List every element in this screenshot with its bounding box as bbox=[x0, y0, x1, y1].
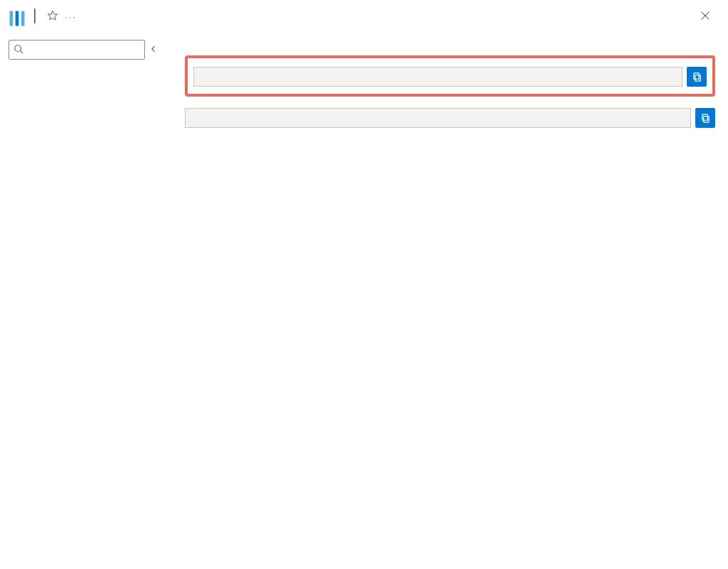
search-input[interactable] bbox=[26, 45, 140, 55]
svg-marker-3 bbox=[48, 11, 57, 20]
svg-rect-10 bbox=[703, 116, 709, 121]
close-button[interactable] bbox=[700, 13, 711, 23]
resource-id-field[interactable] bbox=[193, 67, 682, 87]
svg-line-7 bbox=[21, 50, 23, 53]
volume-icon bbox=[7, 9, 27, 28]
copy-resource-id-button[interactable] bbox=[687, 67, 707, 87]
svg-rect-9 bbox=[693, 72, 699, 78]
svg-rect-2 bbox=[21, 11, 25, 26]
subscription-id-field[interactable] bbox=[185, 108, 691, 128]
svg-point-6 bbox=[15, 45, 21, 51]
collapse-sidebar-button[interactable] bbox=[149, 45, 158, 55]
svg-rect-1 bbox=[16, 11, 19, 26]
page-title: | bbox=[33, 6, 37, 24]
properties-panel bbox=[173, 34, 722, 569]
resource-id-highlight bbox=[185, 55, 715, 97]
more-button[interactable]: ··· bbox=[65, 12, 77, 22]
search-icon bbox=[14, 44, 26, 56]
sidebar bbox=[6, 34, 173, 569]
svg-rect-11 bbox=[702, 114, 707, 119]
svg-rect-8 bbox=[695, 75, 700, 80]
favorite-button[interactable] bbox=[47, 10, 58, 23]
copy-subscription-id-button[interactable] bbox=[695, 108, 715, 128]
property-subscription-id bbox=[185, 108, 715, 128]
svg-rect-0 bbox=[10, 11, 14, 26]
search-box[interactable] bbox=[9, 40, 145, 60]
blade-header: | ··· bbox=[6, 3, 722, 34]
